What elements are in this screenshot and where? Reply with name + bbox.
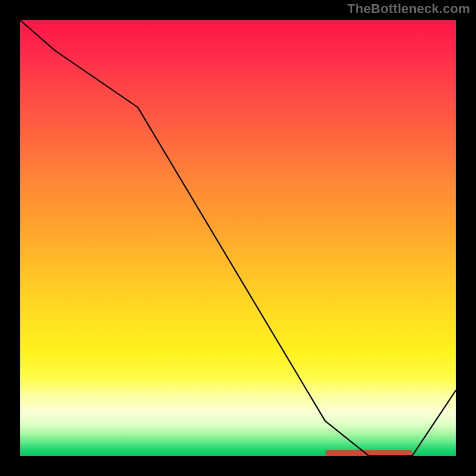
baseline-marker-group [325, 450, 412, 456]
chart-container: TheBottleneck.com [0, 0, 476, 476]
plot-overlay [20, 20, 456, 456]
series-line [20, 20, 456, 456]
attribution-text: TheBottleneck.com [347, 1, 470, 17]
baseline-marker [325, 450, 412, 456]
plot-frame [20, 20, 456, 456]
plot-area [20, 20, 456, 456]
